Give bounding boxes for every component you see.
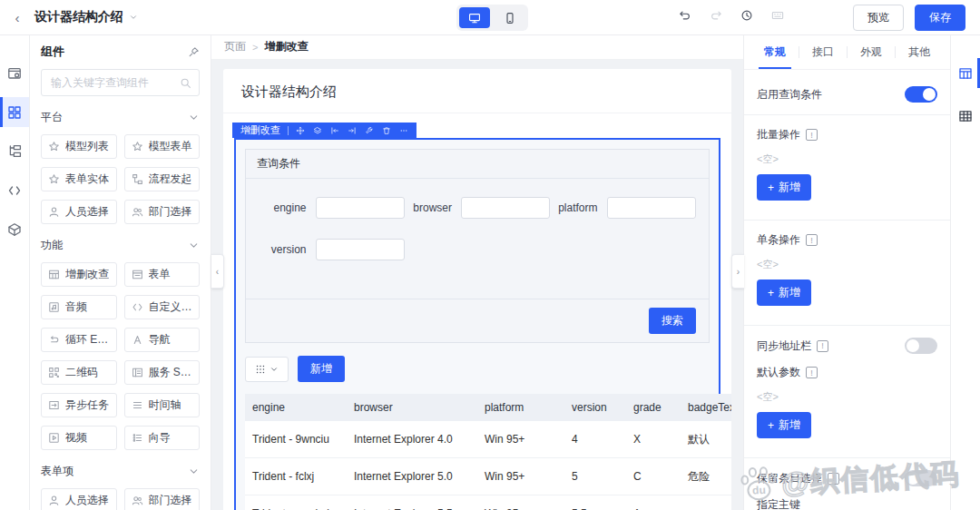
trash-icon[interactable] (382, 126, 391, 135)
component-chip-人员选择[interactable]: 人员选择 (41, 488, 117, 510)
property-label-text: 启用查询条件 (757, 87, 822, 103)
component-chip-音频[interactable]: 音频 (41, 295, 117, 319)
add-row-button[interactable]: 新增 (298, 356, 345, 382)
component-chip-自定义代码[interactable]: 自定义代码 (124, 295, 201, 319)
component-chip-增删改查[interactable]: 增删改查 (41, 262, 117, 287)
canvas-page-title: 设计器结构介绍 (223, 69, 731, 113)
move-icon[interactable] (296, 126, 305, 135)
redo-button[interactable] (710, 9, 722, 22)
component-chip-二维码[interactable]: 二维码 (41, 360, 117, 385)
rail-item-components[interactable] (0, 97, 29, 127)
component-chip-表单[interactable]: 表单 (124, 262, 201, 287)
component-chip-导航[interactable]: 导航 (124, 328, 201, 352)
info-icon: ! (828, 473, 839, 485)
table-cell: Internet Explorer 4.0 (347, 421, 477, 458)
platform-input[interactable] (607, 197, 696, 219)
version-input[interactable] (316, 239, 405, 260)
component-chip-循环 Each[interactable]: 循环 Each (41, 328, 117, 352)
rail-item-model-cube[interactable] (0, 214, 29, 244)
right-rail-item-table-grid[interactable] (951, 101, 980, 131)
wrench-icon[interactable] (365, 126, 374, 135)
property-field-指定主键: 指定主键 (757, 497, 937, 510)
history-toolbar (679, 9, 784, 22)
section-header-0[interactable]: 平台 (41, 110, 200, 125)
insert-left-icon[interactable] (330, 126, 339, 135)
toggle-保留条目选择[interactable] (905, 470, 937, 486)
tab-其他[interactable]: 其他 (896, 34, 943, 69)
property-label-text: 单条操作 (757, 232, 800, 248)
section-header-2[interactable]: 表单项 (41, 464, 200, 479)
section-label: 平台 (41, 110, 63, 125)
header-actions: 预览 保存 (853, 5, 980, 31)
rail-item-source-code[interactable] (0, 175, 29, 205)
crud-component[interactable]: 查询条件 enginebrowserplatform version 搜索 (234, 138, 720, 510)
component-chip-模型列表[interactable]: 模型列表 (41, 134, 117, 159)
keyboard-button[interactable] (771, 9, 784, 22)
component-chip-表单实体[interactable]: 表单实体 (41, 167, 117, 191)
table-column-platform: platform (477, 394, 564, 421)
table-cell: X (626, 421, 681, 458)
tab-外观[interactable]: 外观 (848, 34, 895, 69)
component-chip-向导[interactable]: 向导 (124, 426, 201, 450)
tab-接口[interactable]: 接口 (799, 34, 847, 69)
toggle-启用查询条件[interactable] (905, 86, 937, 103)
add-button-默认参数[interactable]: +新增 (757, 412, 811, 438)
rail-item-page-settings[interactable] (0, 58, 29, 88)
table-cell: C (626, 458, 681, 495)
table-cell: 默认 (681, 421, 731, 458)
collapse-left-panel-handle[interactable]: ‹ (211, 254, 224, 289)
query-field-label: browser (405, 201, 453, 214)
component-chip-label: 时间轴 (149, 397, 181, 413)
qr-icon (48, 367, 60, 378)
page-canvas[interactable]: 设计器结构介绍 增删改查 查询条件 enginebrowserplatform (223, 69, 731, 510)
table-icon (48, 269, 60, 280)
mobile-device-button[interactable] (495, 7, 525, 28)
canvas-area: 页面 > 增删改查 设计器结构介绍 增删改查 查询条 (211, 34, 743, 510)
search-button[interactable]: 搜索 (649, 308, 696, 334)
table-row: Trident - fclxjInternet Explorer 5.0Win … (245, 458, 731, 495)
query-fields: enginebrowserplatform version (246, 179, 709, 299)
dots-icon[interactable] (399, 126, 408, 135)
component-chip-服务 Ser...[interactable]: 服务 Ser... (124, 360, 201, 385)
toggle-同步地址栏[interactable] (905, 338, 937, 354)
left-rail (0, 34, 30, 510)
panel-divider (744, 220, 950, 221)
add-button-单条操作[interactable]: +新增 (757, 280, 811, 306)
section-header-1[interactable]: 功能 (41, 238, 200, 253)
component-chip-人员选择[interactable]: 人员选择 (41, 200, 117, 224)
pin-icon[interactable] (188, 46, 200, 58)
layers-icon[interactable] (313, 126, 322, 135)
breadcrumb-separator: > (252, 42, 258, 53)
browser-input[interactable] (461, 197, 550, 219)
preview-button[interactable]: 预览 (853, 5, 904, 31)
back-button[interactable]: ‹ (0, 10, 34, 25)
save-button[interactable]: 保存 (915, 5, 965, 31)
component-chip-部门选择[interactable]: 部门选择 (124, 488, 201, 510)
view-switch-button[interactable] (245, 357, 289, 382)
component-chip-部门选择[interactable]: 部门选择 (124, 200, 201, 224)
breadcrumb-root[interactable]: 页面 (224, 39, 246, 54)
component-chip-流程发起[interactable]: 流程发起 (124, 167, 201, 191)
component-chip-视频[interactable]: 视频 (41, 426, 117, 450)
component-chip-时间轴[interactable]: 时间轴 (124, 393, 201, 417)
undo-button[interactable] (679, 9, 691, 22)
query-field-browser: browser (405, 197, 551, 219)
collapse-right-panel-handle[interactable]: › (731, 254, 744, 289)
component-search-input[interactable] (49, 75, 174, 90)
grid-dots-icon (255, 364, 266, 375)
component-chip-异步任务[interactable]: 异步任务 (41, 393, 117, 417)
page-title-header[interactable]: 设计器结构介绍 (34, 9, 138, 25)
desktop-device-button[interactable] (459, 7, 490, 28)
form-icon (132, 269, 143, 280)
rail-item-outline-tree[interactable] (0, 136, 29, 166)
engine-input[interactable] (316, 197, 405, 219)
tab-常规[interactable]: 常规 (751, 34, 799, 69)
chevron-down-icon (188, 112, 200, 123)
right-rail-item-table-config[interactable] (951, 58, 980, 88)
add-button-批量操作[interactable]: +新增 (757, 174, 811, 201)
breadcrumb-current: 增删改查 (264, 39, 308, 54)
insert-right-icon[interactable] (348, 126, 357, 135)
component-chip-模型表单[interactable]: 模型表单 (124, 134, 201, 159)
history-icon (740, 9, 753, 22)
history-button[interactable] (740, 9, 753, 22)
